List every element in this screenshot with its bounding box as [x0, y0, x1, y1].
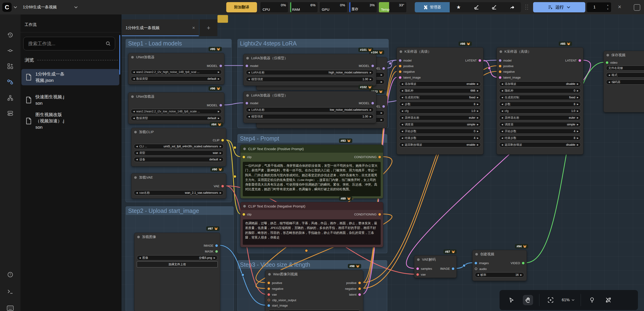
- node-title-bar[interactable]: LoRA加载器（仅模型）: [244, 54, 376, 62]
- node-Wan图像到视频[interactable]: Wan图像到视频positivenegativevaeclip_vision_o…: [265, 270, 363, 311]
- collapse-dot-icon[interactable]: [417, 258, 420, 261]
- output-dot-MODEL[interactable]: [382, 105, 385, 108]
- widget-调度器[interactable]: ◀调度器simple▶: [499, 122, 581, 127]
- widget-left-arrow-icon[interactable]: ◀: [502, 90, 503, 92]
- node-CLIP Text Encode (Negative Prompt)[interactable]: CLIP Text Encode (Negative Prompt)clipCO…: [240, 202, 383, 247]
- zoom-level-dropdown[interactable]: 61%: [562, 298, 574, 302]
- run-options-chevron-icon[interactable]: [567, 6, 570, 9]
- widget-left-arrow-icon[interactable]: ◀: [136, 145, 138, 148]
- widget-cfg[interactable]: ◀cfg1.0▶: [399, 108, 481, 114]
- search-input[interactable]: [28, 41, 106, 47]
- widget-left-arrow-icon[interactable]: ◀: [402, 123, 403, 126]
- output-slot-IMAGE[interactable]: IMAGE: [440, 266, 454, 271]
- node-title-bar[interactable]: CLIP Text Encode (Negative Prompt): [240, 202, 383, 210]
- node-创建视频[interactable]: 创建视频imagesaudioVIDEO◀帧率16▶: [472, 250, 527, 281]
- output-slot-CONDITIONING[interactable]: CONDITIONING: [354, 155, 381, 159]
- widget-right-arrow-icon[interactable]: ▶: [381, 74, 382, 76]
- input-slot-start_image[interactable]: start_image: [268, 303, 288, 308]
- widget-编码器[interactable]: ◀编码器▶: [606, 80, 644, 85]
- workflows-icon[interactable]: [6, 77, 15, 87]
- widget-right-arrow-icon[interactable]: ▶: [477, 130, 478, 132]
- graph-canvas[interactable]: Step1 - Load modelsLightx2v 4steps LoRAS…: [121, 15, 644, 311]
- output-dot-MODEL[interactable]: [372, 65, 374, 67]
- input-slot-model[interactable]: model: [499, 58, 512, 63]
- widget-right-arrow-icon[interactable]: ▶: [214, 257, 215, 259]
- widget-返回剩余噪波[interactable]: ◀返回剩余噪波enable▶: [399, 142, 481, 147]
- collapse-dot-icon[interactable]: [475, 253, 478, 255]
- input-slot-images[interactable]: images: [474, 261, 489, 265]
- collapse-dot-icon[interactable]: [606, 54, 609, 56]
- history-icon[interactable]: [6, 30, 15, 40]
- input-dot-start_image[interactable]: [268, 304, 270, 307]
- output-dot-MODEL[interactable]: [382, 67, 385, 70]
- title-chevron-down-icon[interactable]: [74, 6, 78, 9]
- clear-queue-button[interactable]: [471, 2, 482, 12]
- widget-right-arrow-icon[interactable]: ▶: [370, 71, 372, 74]
- input-slot-clip_vision_output[interactable]: clip_vision_output: [268, 298, 296, 302]
- output-dot-MASK[interactable]: [215, 250, 218, 253]
- widget-设备[interactable]: ◀设备default▶: [134, 157, 224, 162]
- widget-LoRA名称[interactable]: ◀LoRA名称high_noise_model.safetensors▶: [246, 70, 374, 75]
- output-dot-LATENT[interactable]: [578, 59, 581, 62]
- widget-left-arrow-icon[interactable]: ◀: [136, 192, 138, 194]
- node-title-bar[interactable]: K采样器（高级）: [397, 48, 483, 56]
- output-slot-negative[interactable]: negative: [345, 286, 361, 291]
- node-UNet加载器[interactable]: UNet加载器MODEL◀wan2.2/wan2.2_i2v_low_noise…: [128, 92, 224, 124]
- widget-LoRA名称[interactable]: ◀LoRA名称low_noise_model.safetensors▶: [246, 107, 374, 112]
- extra-translate-button[interactable]: 附加翻译: [226, 2, 257, 12]
- input-dot-model[interactable]: [246, 102, 248, 104]
- widget-left-arrow-icon[interactable]: ◀: [133, 117, 135, 119]
- batch-count-input[interactable]: 1 ▲▼: [587, 2, 612, 12]
- node-加载VAE[interactable]: 加载VAEVAE◀vae名称wan_2.1_vae.safetensors▶: [131, 173, 226, 199]
- collapse-dot-icon[interactable]: [243, 205, 246, 207]
- input-slot-latent_image[interactable]: latent_image: [399, 75, 420, 80]
- widget-left-arrow-icon[interactable]: ◀: [402, 144, 403, 146]
- input-dot-negative[interactable]: [499, 70, 502, 73]
- widget-left-arrow-icon[interactable]: ◀: [502, 137, 503, 139]
- widget-left-arrow-icon[interactable]: ◀: [502, 130, 503, 132]
- widget-right-arrow-icon[interactable]: ▶: [477, 110, 478, 112]
- widget-left-arrow-icon[interactable]: ◀: [248, 115, 250, 118]
- workflow-list-item[interactable]: 图生视频改版（视频加速）.json: [22, 110, 119, 132]
- toggle-links-button[interactable]: [603, 295, 614, 305]
- widget-格式[interactable]: ◀格式▶: [606, 73, 644, 78]
- input-dot-positive[interactable]: [399, 65, 402, 67]
- widget-right-arrow-icon[interactable]: ▶: [477, 96, 478, 99]
- widget-生成前控制[interactable]: ◀生成前控制fixed▶: [399, 95, 481, 100]
- widget-left-arrow-icon[interactable]: ◀: [136, 158, 138, 161]
- toggle-theme-button[interactable]: [587, 295, 597, 305]
- widget-left-arrow-icon[interactable]: ◀: [502, 96, 503, 99]
- widget-right-arrow-icon[interactable]: ▶: [477, 117, 478, 119]
- run-button[interactable]: 运行: [533, 2, 585, 12]
- fit-view-button[interactable]: [546, 295, 556, 305]
- widget-right-arrow-icon[interactable]: ▶: [220, 152, 221, 154]
- widget-left-arrow-icon[interactable]: ◀: [477, 274, 479, 276]
- output-slot-VAE[interactable]: VAE: [214, 184, 224, 188]
- node-K采样器（高级）[interactable]: K采样器（高级）modelpositivenegativelatent_imag…: [396, 47, 484, 155]
- widget-添加噪波[interactable]: ◀添加噪波enable▶: [399, 81, 481, 87]
- output-slot-MASK[interactable]: MASK: [205, 249, 218, 254]
- widget-left-arrow-icon[interactable]: ◀: [608, 74, 610, 76]
- widget-right-arrow-icon[interactable]: ▶: [370, 78, 372, 80]
- widget-right-arrow-icon[interactable]: ▶: [218, 71, 220, 73]
- widget-right-arrow-icon[interactable]: ▶: [577, 83, 578, 85]
- node-LoRA加载器（仅模型）[interactable]: LoRA加载器（仅模型）modelMODEL◀LoRA名称high_noise_…: [243, 54, 376, 86]
- tab-current-workflow[interactable]: 1分钟生成一条视频 ×: [122, 19, 199, 36]
- output-slot-LATENT[interactable]: LATENT: [565, 58, 581, 63]
- input-dot-latent_image[interactable]: [499, 76, 502, 79]
- input-dot-clip_vision_output[interactable]: [268, 299, 270, 301]
- input-slot-positive[interactable]: positive: [268, 280, 282, 285]
- node-保存视频[interactable]: 保存视频video文件名前缀◀格式▶◀编码器▶: [604, 51, 644, 112]
- reroute-dot[interactable]: [389, 62, 392, 65]
- widget-left-arrow-icon[interactable]: ◀: [402, 110, 403, 112]
- node-K采样器（高级）[interactable]: K采样器（高级）modelpositivenegativelatent_imag…: [496, 47, 584, 155]
- output-slot-positive[interactable]: positive: [346, 280, 361, 285]
- reroute-dot[interactable]: [242, 273, 244, 276]
- widget-帧率[interactable]: ◀帧率16▶: [475, 272, 524, 277]
- widget-left-arrow-icon[interactable]: ◀: [502, 83, 503, 85]
- batch-count-stepper[interactable]: ▲▼: [607, 3, 609, 11]
- input-dot-model[interactable]: [399, 59, 402, 62]
- widget-right-arrow-icon[interactable]: ▶: [577, 90, 578, 92]
- widget-right-arrow-icon[interactable]: ▶: [477, 103, 478, 105]
- widget-right-arrow-icon[interactable]: ▶: [577, 137, 578, 139]
